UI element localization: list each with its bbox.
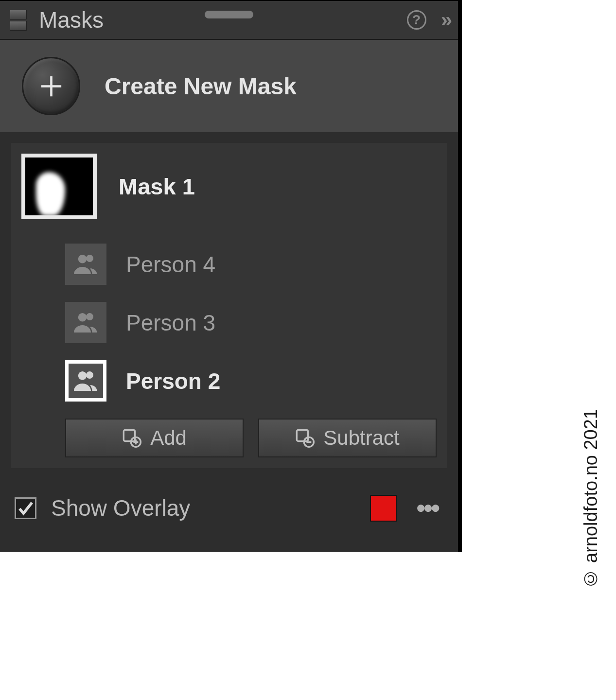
subtract-label: Subtract <box>323 426 399 450</box>
mask-item[interactable]: Mask 1 <box>21 154 437 219</box>
svg-rect-0 <box>123 430 135 441</box>
dock-icon[interactable] <box>10 8 27 32</box>
mask-actions: Add Subtract <box>21 419 437 457</box>
svg-rect-2 <box>297 430 308 441</box>
drag-handle-icon[interactable] <box>205 11 253 18</box>
panel-title: Masks <box>39 7 104 33</box>
create-mask-section: Create New Mask <box>0 40 458 132</box>
component-thumbnail <box>65 302 106 343</box>
mask-components: Person 4 Person 3 Person 2 <box>21 244 437 402</box>
panel-titlebar: Masks ? » <box>0 1 458 40</box>
create-mask-button[interactable] <box>22 57 80 115</box>
mask-thumbnail <box>21 154 97 219</box>
component-label: Person 2 <box>126 368 220 394</box>
help-icon[interactable]: ? <box>407 10 426 30</box>
more-options-icon[interactable]: ••• <box>411 493 443 523</box>
add-label: Add <box>150 426 187 450</box>
plus-icon <box>38 73 65 100</box>
component-thumbnail <box>65 360 106 402</box>
component-thumbnail <box>65 244 106 285</box>
masks-list: Mask 1 Person 4 Person 3 <box>11 143 447 468</box>
mask-component-item[interactable]: Person 4 <box>65 244 437 285</box>
add-mask-icon <box>122 428 141 448</box>
show-overlay-checkbox[interactable] <box>15 497 36 519</box>
copyright-text: © arnoldfoto.no 2021 <box>581 409 601 589</box>
people-icon <box>71 308 101 337</box>
mask-component-item[interactable]: Person 3 <box>65 302 437 343</box>
people-icon <box>71 367 101 396</box>
people-icon <box>71 250 101 279</box>
create-mask-label: Create New Mask <box>105 73 297 100</box>
show-overlay-label: Show Overlay <box>51 495 190 521</box>
overlay-color-swatch[interactable] <box>370 495 397 522</box>
collapse-icon[interactable]: » <box>441 8 448 32</box>
component-label: Person 3 <box>126 310 215 336</box>
subtract-mask-icon <box>295 428 315 448</box>
subtract-button[interactable]: Subtract <box>258 419 437 457</box>
mask-name: Mask 1 <box>119 173 195 200</box>
masks-panel: Masks ? » Create New Mask Mask 1 <box>0 0 462 552</box>
panel-footer: Show Overlay ••• <box>0 479 458 523</box>
checkmark-icon <box>17 499 35 517</box>
component-label: Person 4 <box>126 251 215 278</box>
mask-component-item[interactable]: Person 2 <box>65 360 437 402</box>
add-button[interactable]: Add <box>65 419 244 457</box>
